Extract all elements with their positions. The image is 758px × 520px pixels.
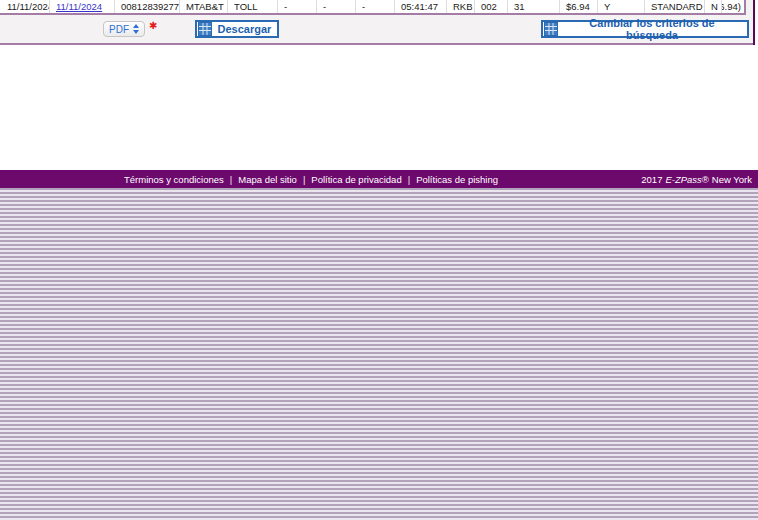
cell-plan-type: STANDARD xyxy=(645,0,705,13)
download-button-label: Descargar xyxy=(212,23,276,35)
footer-separator: | xyxy=(408,174,410,185)
cell-amount: $6.94 xyxy=(560,0,598,13)
toolbar: PDF ✱ Descargar Cambiar los criterios d xyxy=(0,15,753,45)
footer-link-phishing[interactable]: Políticas de pishing xyxy=(416,174,498,185)
cell-vehicle-class: 31 xyxy=(508,0,560,13)
footer-separator: | xyxy=(230,174,232,185)
copyright-brand: E-ZPass® xyxy=(665,174,708,185)
cell-activity-type: TOLL xyxy=(228,0,278,13)
footer-bar: Términos y condiciones | Mapa del sitio … xyxy=(0,170,758,188)
cell-balance: ($6.94) xyxy=(722,0,744,13)
cell-flag-n: N xyxy=(705,0,722,13)
cell-agency: MTAB&T xyxy=(180,0,228,13)
format-select[interactable]: PDF xyxy=(103,21,145,37)
cell-dash-1: - xyxy=(278,0,317,13)
change-criteria-button[interactable]: Cambiar los criterios de búsqueda xyxy=(541,20,749,38)
footer-link-sitemap[interactable]: Mapa del sitio xyxy=(238,174,297,185)
cell-prepaid-flag: Y xyxy=(598,0,645,13)
format-select-value: PDF xyxy=(109,24,129,35)
change-criteria-button-label: Cambiar los criterios de búsqueda xyxy=(558,17,746,41)
cell-exit-time: 05:41:47 xyxy=(395,0,447,13)
cell-tag-number: 00812839277 xyxy=(115,0,180,13)
footer-copyright: 2017 E-ZPass® New York xyxy=(641,170,752,188)
footer-link-terms[interactable]: Términos y condiciones xyxy=(124,174,224,185)
cell-exit-lane: 002 xyxy=(475,0,508,13)
grid-icon xyxy=(198,22,212,36)
required-asterisk: ✱ xyxy=(149,20,157,31)
cell-dash-3: - xyxy=(356,0,395,13)
cell-dash-2: - xyxy=(317,0,356,13)
striped-background xyxy=(0,188,758,520)
grid-icon xyxy=(544,22,558,36)
page: 11/11/2024 11/11/2024 00812839277 MTAB&T… xyxy=(0,0,758,520)
transaction-date-link[interactable]: 11/11/2024 xyxy=(50,0,115,13)
download-button[interactable]: Descargar xyxy=(195,20,279,38)
select-arrows-icon xyxy=(133,24,139,34)
cell-exit-plaza: RKB xyxy=(447,0,475,13)
footer-links: Términos y condiciones | Mapa del sitio … xyxy=(0,170,622,188)
copyright-year: 2017 xyxy=(641,174,662,185)
results-section: 11/11/2024 11/11/2024 00812839277 MTAB&T… xyxy=(0,0,755,45)
copyright-suffix: New York xyxy=(712,174,752,185)
footer-link-privacy[interactable]: Política de privacidad xyxy=(311,174,401,185)
cell-posting-date: 11/11/2024 xyxy=(0,0,50,13)
table-row: 11/11/2024 11/11/2024 00812839277 MTAB&T… xyxy=(0,0,746,15)
footer-separator: | xyxy=(303,174,305,185)
